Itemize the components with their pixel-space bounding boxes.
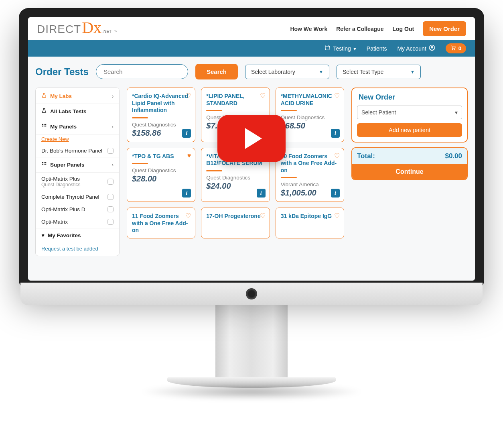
create-new-link[interactable]: Create New <box>36 134 119 145</box>
heart-icon: ♥ <box>41 232 45 238</box>
panel-item[interactable]: Dr. Bob's Hormone Panel <box>36 145 119 157</box>
request-test-link[interactable]: Request a test be added <box>36 242 119 255</box>
cart-button[interactable]: 0 <box>446 43 466 53</box>
test-card[interactable]: ♡ *Cardio IQ-Advanced Lipid Panel with I… <box>127 88 195 142</box>
logo-direct: DIRECT <box>37 23 81 36</box>
test-vendor: Quest Diagnostics <box>132 122 190 128</box>
test-card[interactable]: ♡ 31 kDa Epitope IgG <box>276 208 344 238</box>
test-card[interactable]: ♡ 17-OH Progesterone <box>201 208 270 238</box>
favorite-icon[interactable]: ♡ <box>185 212 191 220</box>
nav-how-we-work[interactable]: How We Work <box>290 26 327 32</box>
new-order-button[interactable]: New Order <box>423 21 466 36</box>
test-vendor: Quest Diagnostics <box>206 175 264 181</box>
test-card[interactable]: ♡ 10 Food Zoomers with a One Free Add-on… <box>276 148 344 202</box>
favorite-icon[interactable]: ♡ <box>334 152 340 160</box>
video-play-button[interactable] <box>217 115 286 162</box>
secondary-nav: Testing ▾ Patients My Account 0 <box>28 40 475 57</box>
info-icon[interactable]: i <box>331 129 340 138</box>
test-card[interactable]: ♡ *METHYLMALONIC ACID URINE Quest Diagno… <box>276 88 344 142</box>
favorite-icon[interactable]: ♡ <box>185 92 191 100</box>
select-test-type[interactable]: Select Test Type ▼ <box>337 65 421 79</box>
chevron-down-icon: ▾ <box>353 45 356 52</box>
add-patient-button[interactable]: Add new patient <box>357 123 462 137</box>
svg-rect-12 <box>45 162 46 163</box>
test-card[interactable]: ♥ *TPO & TG ABS Quest Diagnostics $28.00… <box>127 148 195 202</box>
test-cards-grid: ♡ *Cardio IQ-Advanced Lipid Panel with I… <box>127 88 344 256</box>
select-laboratory[interactable]: Select Laboratory ▼ <box>245 65 329 79</box>
test-vendor: Quest Diagnostics <box>132 167 190 173</box>
flask-icon <box>41 93 47 100</box>
screen: DIRECT Dx .NET ™ How We Work Refer a Col… <box>28 17 475 281</box>
panel-item[interactable]: Complete Thyroid Panel <box>36 191 119 203</box>
favorite-icon[interactable]: ♡ <box>260 92 266 100</box>
sidebar-item-favorites[interactable]: ♥ My Favorites <box>36 228 119 242</box>
checkbox[interactable] <box>107 148 114 154</box>
favorite-icon[interactable]: ♡ <box>334 212 340 220</box>
divider <box>132 117 148 118</box>
svg-rect-13 <box>42 164 43 165</box>
info-icon[interactable]: i <box>182 129 191 138</box>
test-vendor: Vibrant America <box>281 181 339 187</box>
test-price: $24.00 <box>206 181 264 191</box>
grid-icon <box>41 161 47 168</box>
test-price: $28.00 <box>132 174 190 183</box>
nav-testing[interactable]: Testing ▾ <box>324 45 356 52</box>
svg-rect-5 <box>44 124 45 125</box>
panel-item[interactable]: Opti-Matrix Plus Quest Diagnostics <box>36 173 119 191</box>
trademark-icon: ™ <box>114 30 118 34</box>
total-label: Total: <box>357 152 375 160</box>
favorite-icon[interactable]: ♥ <box>187 152 191 159</box>
divider <box>206 170 222 171</box>
info-icon[interactable]: i <box>331 189 340 198</box>
top-nav: How We Work Refer a Colleague Log Out Ne… <box>290 21 466 36</box>
divider <box>281 177 297 178</box>
camera-icon <box>246 288 257 299</box>
panel-item[interactable]: Opti-Matrix <box>36 216 119 228</box>
select-patient[interactable]: Select Patient ▾ <box>357 106 462 119</box>
panel-item[interactable]: Opti-Matrix Plus D <box>36 203 119 216</box>
favorite-icon[interactable]: ♡ <box>334 92 340 100</box>
test-title: *TPO & TG ABS <box>132 153 190 160</box>
order-sidebar: New Order Select Patient ▾ Add new patie… <box>351 88 468 256</box>
caret-down-icon: ▼ <box>410 69 415 74</box>
svg-point-2 <box>452 49 453 50</box>
monitor-chin <box>20 283 483 305</box>
chevron-right-icon: › <box>112 94 114 99</box>
cart-count: 0 <box>458 45 461 51</box>
svg-rect-10 <box>42 162 43 163</box>
play-icon <box>245 128 262 149</box>
nav-log-out[interactable]: Log Out <box>392 26 414 32</box>
checkbox[interactable] <box>107 206 114 212</box>
sidebar-item-my-labs[interactable]: My Labs › <box>36 89 119 104</box>
svg-point-1 <box>431 46 433 48</box>
favorite-icon[interactable]: ♡ <box>260 212 266 220</box>
divider <box>206 110 222 111</box>
continue-button[interactable]: Continue <box>352 164 467 179</box>
test-card[interactable]: ♡ 11 Food Zoomers with a One Free Add-on <box>127 208 195 238</box>
info-icon[interactable]: i <box>257 189 266 198</box>
nav-my-account[interactable]: My Account <box>397 45 435 52</box>
chevron-right-icon: › <box>112 162 114 168</box>
sidebar-item-my-panels[interactable]: My Panels › <box>36 119 119 134</box>
chevron-right-icon: › <box>112 124 114 130</box>
search-button[interactable]: Search <box>195 64 238 79</box>
info-icon[interactable]: i <box>182 189 191 198</box>
nav-refer-colleague[interactable]: Refer a Colleague <box>336 26 383 32</box>
test-price: $68.50 <box>281 121 339 130</box>
svg-rect-11 <box>44 162 45 163</box>
checkbox[interactable] <box>107 219 114 225</box>
monitor-stand-neck <box>215 305 288 377</box>
search-input[interactable] <box>96 64 188 79</box>
test-title: *Cardio IQ-Advanced Lipid Panel with Inf… <box>132 93 190 114</box>
checkbox[interactable] <box>107 179 114 185</box>
sidebar: My Labs › All Labs Tests My Panels <box>35 88 120 256</box>
test-title: 31 kDa Epitope IgG <box>281 213 339 220</box>
sidebar-item-all-labs[interactable]: All Labs Tests <box>36 104 119 119</box>
checkbox[interactable] <box>107 194 114 200</box>
nav-patients[interactable]: Patients <box>367 45 387 52</box>
svg-rect-7 <box>42 126 43 126</box>
svg-rect-9 <box>45 126 46 126</box>
sidebar-item-super-panels[interactable]: Super Panels › <box>36 157 119 173</box>
caret-down-icon: ▾ <box>455 109 458 116</box>
monitor-bezel: DIRECT Dx .NET ™ How We Work Refer a Col… <box>19 8 484 290</box>
